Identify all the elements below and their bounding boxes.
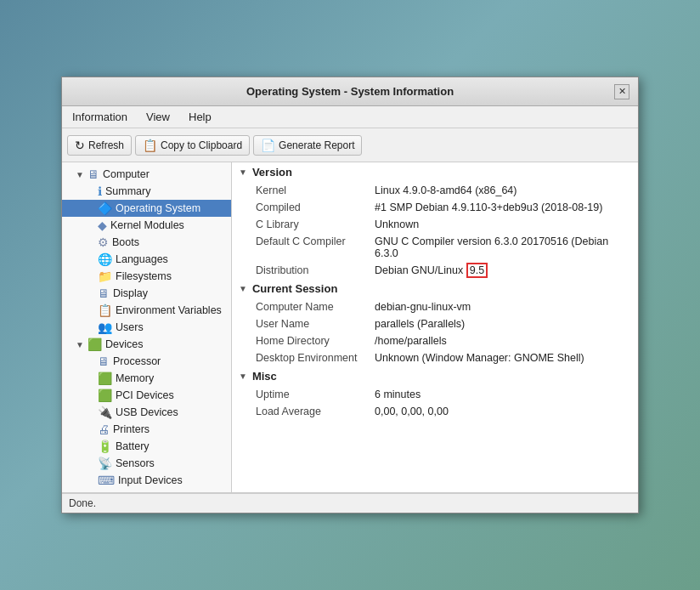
kernel-row: Kernel Linux 4.9.0-8-amd64 (x86_64)	[232, 182, 638, 199]
distribution-value-pre: Debian GNU/Linux	[375, 264, 466, 276]
printers-label: Printers	[113, 423, 150, 435]
toggle-devices: ▼	[76, 340, 86, 349]
usb-icon: 🔌	[98, 406, 112, 419]
version-toggle-icon: ▼	[239, 167, 247, 177]
spacer15	[86, 442, 96, 451]
sidebar-item-users[interactable]: 👥 Users	[62, 319, 231, 336]
spacer5	[86, 255, 96, 264]
home-dir-prop-label: Home Directory	[232, 332, 368, 349]
report-button[interactable]: 📄 Generate Report	[253, 135, 362, 156]
report-label: Generate Report	[279, 139, 354, 151]
sidebar-item-memory[interactable]: 🟩 Memory	[62, 370, 231, 387]
menu-view[interactable]: View	[141, 109, 175, 125]
kernel-icon: ◆	[98, 218, 107, 232]
spacer8	[86, 306, 96, 315]
devices-icon: 🟩	[88, 338, 102, 351]
version-section-header[interactable]: ▼ Version	[232, 162, 638, 182]
misc-section-header[interactable]: ▼ Misc	[232, 366, 638, 386]
toggle-computer: ▼	[76, 170, 86, 179]
sidebar-item-input[interactable]: ⌨ Input Devices	[62, 472, 231, 489]
input-label: Input Devices	[118, 474, 183, 486]
sidebar-item-display[interactable]: 🖥 Display	[62, 285, 231, 302]
title-bar: Operating System - System Information ✕	[62, 77, 638, 106]
sidebar-item-os[interactable]: 🔷 Operating System	[62, 200, 231, 217]
display-label: Display	[113, 287, 148, 299]
copy-button[interactable]: 📋 Copy to Clipboard	[135, 135, 250, 156]
boots-icon: ⚙	[98, 235, 109, 249]
os-label: Operating System	[116, 202, 200, 214]
sidebar-item-env[interactable]: 📋 Environment Variables	[62, 302, 231, 319]
copy-icon: 📋	[143, 139, 157, 152]
status-bar: Done.	[62, 493, 638, 513]
sidebar-item-sensors[interactable]: 📡 Sensors	[62, 455, 231, 472]
usb-label: USB Devices	[116, 406, 178, 418]
env-icon: 📋	[98, 304, 112, 317]
window-title: Operating System - System Information	[86, 85, 614, 98]
load-avg-prop-value: 0,00, 0,00, 0,00	[368, 403, 638, 420]
main-content: ▼ 🖥 Computer ℹ Summary 🔷 Operating Syste…	[62, 162, 638, 493]
load-avg-row: Load Average 0,00, 0,00, 0,00	[232, 403, 638, 420]
boots-label: Boots	[112, 236, 139, 248]
users-label: Users	[116, 321, 144, 333]
compiler-prop-value: GNU C Compiler version 6.3.0 20170516 (D…	[368, 233, 638, 262]
spacer9	[86, 323, 96, 332]
distribution-prop-label: Distribution	[232, 262, 368, 279]
kernel-label: Kernel Modules	[110, 219, 184, 231]
battery-icon: 🔋	[98, 440, 112, 453]
sidebar-item-printers[interactable]: 🖨 Printers	[62, 421, 231, 438]
sidebar-item-usb[interactable]: 🔌 USB Devices	[62, 404, 231, 421]
user-name-row: User Name parallels (Parallels)	[232, 315, 638, 332]
sidebar-item-boots[interactable]: ⚙ Boots	[62, 234, 231, 251]
sidebar-item-languages[interactable]: 🌐 Languages	[62, 251, 231, 268]
spacer4	[86, 238, 96, 247]
sidebar: ▼ 🖥 Computer ℹ Summary 🔷 Operating Syste…	[62, 162, 232, 492]
sidebar-item-kernel[interactable]: ◆ Kernel Modules	[62, 217, 231, 234]
languages-label: Languages	[116, 253, 168, 265]
current-session-toggle-icon: ▼	[239, 284, 247, 293]
compiled-row: Compiled #1 SMP Debian 4.9.110-3+deb9u3 …	[232, 199, 638, 216]
sidebar-item-devices[interactable]: ▼ 🟩 Devices	[62, 336, 231, 353]
menu-help[interactable]: Help	[183, 109, 217, 125]
computer-icon: 🖥	[88, 167, 99, 181]
user-name-prop-label: User Name	[232, 315, 368, 332]
spacer16	[86, 459, 96, 468]
os-icon: 🔷	[98, 201, 112, 215]
current-session-title: Current Session	[252, 282, 337, 295]
refresh-button[interactable]: ↻ Refresh	[67, 135, 132, 156]
content-area: ▼ Version Kernel Linux 4.9.0-8-amd64 (x8…	[232, 162, 638, 492]
sidebar-item-battery[interactable]: 🔋 Battery	[62, 438, 231, 455]
report-icon: 📄	[261, 139, 275, 152]
home-dir-prop-value: /home/parallels	[368, 332, 638, 349]
computer-name-prop-label: Computer Name	[232, 298, 368, 315]
sidebar-item-summary[interactable]: ℹ Summary	[62, 183, 231, 200]
menu-information[interactable]: Information	[67, 109, 133, 125]
spacer1	[86, 187, 96, 196]
env-label: Environment Variables	[116, 304, 222, 316]
spacer7	[86, 289, 96, 298]
sidebar-item-processor[interactable]: 🖥 Processor	[62, 353, 231, 370]
version-section-title: Version	[252, 166, 292, 179]
compiled-prop-value: #1 SMP Debian 4.9.110-3+deb9u3 (2018-08-…	[368, 199, 638, 216]
close-button[interactable]: ✕	[614, 84, 629, 99]
processor-icon: 🖥	[98, 355, 110, 368]
sidebar-item-pci[interactable]: 🟩 PCI Devices	[62, 387, 231, 404]
distribution-row: Distribution Debian GNU/Linux 9.5	[232, 262, 638, 279]
sensors-icon: 📡	[98, 457, 112, 470]
misc-toggle-icon: ▼	[239, 372, 247, 381]
spacer17	[86, 476, 96, 485]
summary-label: Summary	[105, 185, 150, 197]
kernel-prop-value: Linux 4.9.0-8-amd64 (x86_64)	[368, 182, 638, 199]
refresh-label: Refresh	[88, 139, 124, 151]
computer-label: Computer	[103, 168, 150, 180]
current-session-header[interactable]: ▼ Current Session	[232, 279, 638, 298]
uptime-row: Uptime 6 minutes	[232, 386, 638, 403]
sidebar-item-filesystems[interactable]: 📁 Filesystems	[62, 268, 231, 285]
spacer2	[86, 204, 96, 213]
uptime-prop-label: Uptime	[232, 386, 368, 403]
sidebar-item-computer[interactable]: ▼ 🖥 Computer	[62, 166, 231, 183]
clibrary-prop-value: Unknown	[368, 216, 638, 233]
kernel-prop-label: Kernel	[232, 182, 368, 199]
menu-bar: Information View Help	[62, 106, 638, 128]
processor-label: Processor	[113, 355, 161, 367]
desktop-env-prop-value: Unknown (Window Manager: GNOME Shell)	[368, 349, 638, 366]
